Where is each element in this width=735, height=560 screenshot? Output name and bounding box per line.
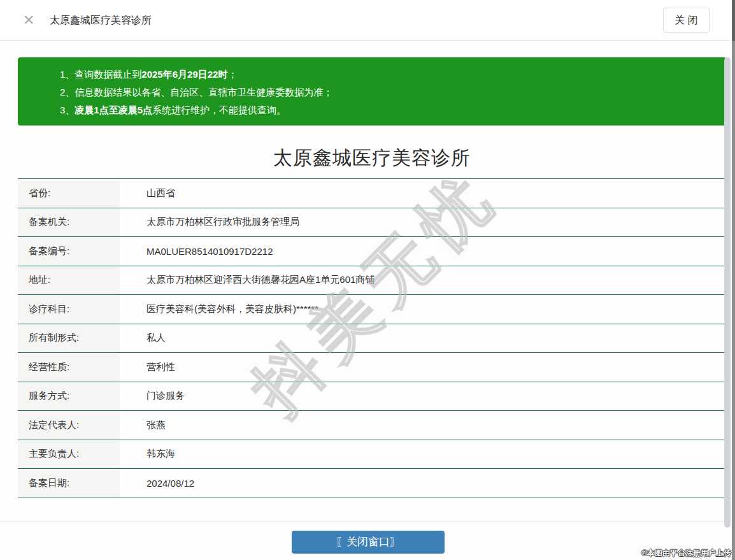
notice-line-1: 1、查询数据截止到2025年6月29日22时； <box>60 66 713 83</box>
row-value: 私人 <box>120 324 726 353</box>
modal-window: ✕ 太原鑫城医疗美容诊所 关 闭 1、查询数据截止到2025年6月29日22时；… <box>0 0 735 560</box>
table-row-service-mode: 服务方式: 门诊服务 <box>18 382 726 412</box>
row-value: 太原市万柏林区迎泽西大街德馨花园A座1单元601商铺 <box>120 266 726 295</box>
notice-line-3-bold: 凌晨1点至凌晨5点 <box>75 104 152 115</box>
notice-line-3-tail: 系统进行维护，不能提供查询。 <box>152 104 286 115</box>
row-label: 经营性质: <box>18 353 120 382</box>
notice-line-1-tail: ； <box>227 69 237 80</box>
table-row-principal: 主要负责人: 韩东海 <box>18 440 726 470</box>
row-label: 地址: <box>18 266 120 295</box>
modal-header: ✕ 太原鑫城医疗美容诊所 关 闭 <box>0 0 730 41</box>
table-row-filing-authority: 备案机关: 太原市万柏林区行政审批服务管理局 <box>18 208 726 238</box>
table-row-province: 省份: 山西省 <box>18 179 726 208</box>
row-value: 韩东海 <box>120 440 726 469</box>
row-value: MA0LUER8514010917D2212 <box>120 237 726 266</box>
row-label: 服务方式: <box>18 382 120 411</box>
row-value: 山西省 <box>120 179 726 208</box>
table-row-legal-representative: 法定代表人: 张燕 <box>18 411 726 440</box>
row-value: 太原市万柏林区行政审批服务管理局 <box>120 208 726 237</box>
browser-edge-strip <box>732 0 735 560</box>
table-row-treatment-subjects: 诊疗科目: 医疗美容科(美容外科，美容皮肤科)****** <box>18 295 726 324</box>
row-label: 备案日期: <box>18 469 120 498</box>
notice-line-3-text: 3、 <box>60 104 75 115</box>
row-label: 主要负责人: <box>18 440 120 469</box>
table-row-address: 地址: 太原市万柏林区迎泽西大街德馨花园A座1单元601商铺 <box>18 266 726 296</box>
notice-line-1-bold: 2025年6月29日22时 <box>141 69 227 80</box>
notice-banner: 1、查询数据截止到2025年6月29日22时； 2、信息数据结果以各省、自治区、… <box>18 57 726 126</box>
close-button[interactable]: 关 闭 <box>663 8 710 32</box>
browser-edge-strip-top <box>732 0 735 41</box>
row-label: 备案机关: <box>18 208 120 237</box>
row-value: 张燕 <box>120 411 726 440</box>
table-row-business-nature: 经营性质: 营利性 <box>18 353 726 382</box>
credit-watermark: ©本图由平台注册用户上传 <box>641 548 731 559</box>
table-row-ownership: 所有制形式: 私人 <box>18 324 726 354</box>
close-window-button[interactable]: 〖关闭窗口〗 <box>292 531 445 554</box>
row-label: 所有制形式: <box>18 324 120 353</box>
row-value: 2024/08/12 <box>120 469 726 498</box>
row-label: 法定代表人: <box>18 411 120 440</box>
row-value: 医疗美容科(美容外科，美容皮肤科)****** <box>120 295 726 324</box>
notice-line-2-text: 2、信息数据结果以各省、自治区、直辖市卫生健康委数据为准； <box>60 87 332 97</box>
row-label: 省份: <box>18 179 120 208</box>
vertical-scrollbar-thumb[interactable] <box>724 57 731 528</box>
row-label: 备案编号: <box>18 237 120 266</box>
close-x-icon[interactable]: ✕ <box>23 12 34 29</box>
notice-line-2: 2、信息数据结果以各省、自治区、直辖市卫生健康委数据为准； <box>60 83 713 101</box>
footer-divider <box>0 521 730 522</box>
modal-title: 太原鑫城医疗美容诊所 <box>50 14 152 27</box>
page-title: 太原鑫城医疗美容诊所 <box>18 145 726 171</box>
row-value: 门诊服务 <box>120 382 726 411</box>
notice-line-1-text: 1、查询数据截止到 <box>60 69 141 80</box>
table-row-filing-number: 备案编号: MA0LUER8514010917D2212 <box>18 237 726 266</box>
notice-line-3: 3、凌晨1点至凌晨5点系统进行维护，不能提供查询。 <box>60 101 713 119</box>
row-label: 诊疗科目: <box>18 295 120 324</box>
clinic-info-table: 省份: 山西省 备案机关: 太原市万柏林区行政审批服务管理局 备案编号: MA0… <box>18 178 726 498</box>
table-row-filing-date: 备案日期: 2024/08/12 <box>18 469 726 498</box>
row-value: 营利性 <box>120 353 726 382</box>
